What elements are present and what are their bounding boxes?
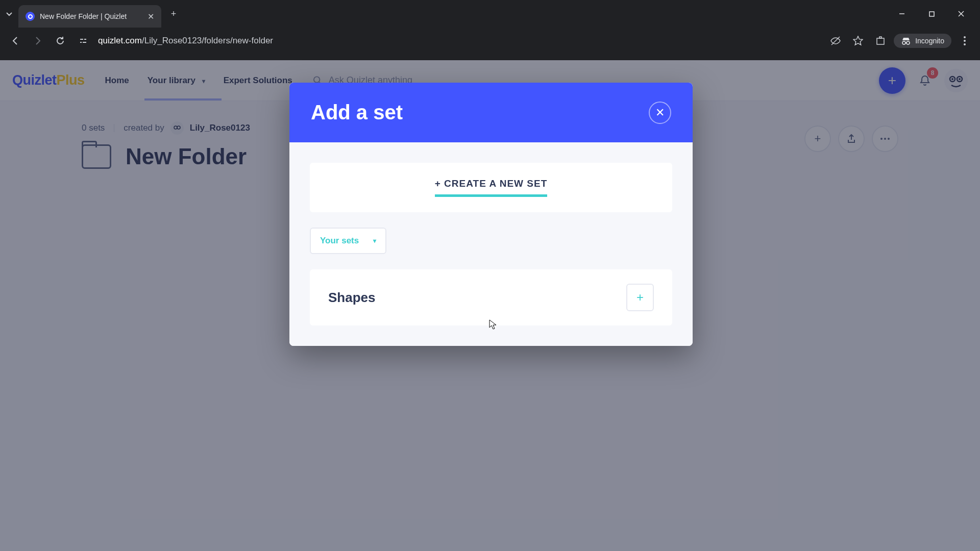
reload-button[interactable] [51,32,69,50]
filter-row: Your sets ▾ [310,228,672,254]
set-name: Shapes [328,290,626,306]
svg-point-15 [964,40,966,42]
svg-point-11 [902,41,905,44]
site-info-icon[interactable] [76,33,91,48]
create-new-set-card: + CREATE A NEW SET [310,163,672,212]
modal-close-button[interactable]: ✕ [649,102,671,124]
browser-chrome: New Folder Folder | Quizlet ✕ + quizlet.… [0,0,980,60]
sets-filter-dropdown[interactable]: Your sets ▾ [310,228,386,254]
address-bar: quizlet.com/Lily_Rose0123/folders/new-fo… [0,28,980,54]
browser-tab[interactable]: New Folder Folder | Quizlet ✕ [18,5,161,28]
window-controls [887,4,976,24]
incognito-label: Incognito [915,37,944,45]
modal-header: Add a set ✕ [289,83,693,142]
svg-point-12 [906,41,910,44]
svg-rect-10 [879,37,881,38]
modal-body: + CREATE A NEW SET Your sets ▾ Shapes + [289,142,693,346]
forward-button[interactable] [29,32,47,50]
filter-label: Your sets [320,236,359,246]
create-new-set-link[interactable]: + CREATE A NEW SET [435,178,548,197]
set-row: Shapes + [310,269,672,325]
page-viewport: QuizletPlus Home Your library ▾ Expert S… [0,60,980,551]
tab-search-dropdown[interactable] [4,9,14,19]
modal-title: Add a set [311,101,649,124]
svg-point-16 [964,43,966,45]
tab-title: New Folder Folder | Quizlet [40,12,142,20]
extensions-icon[interactable] [871,32,890,50]
add-set-modal: Add a set ✕ + CREATE A NEW SET Your sets… [289,83,693,346]
browser-menu-icon[interactable] [955,32,974,50]
close-window-button[interactable] [946,4,976,24]
eye-off-icon[interactable] [826,32,845,50]
quizlet-favicon [26,12,35,21]
minimize-button[interactable] [887,4,917,24]
add-this-set-button[interactable]: + [626,284,654,311]
chevron-down-icon: ▾ [373,237,376,244]
tab-bar: New Folder Folder | Quizlet ✕ + [0,0,980,28]
incognito-icon [901,37,911,45]
svg-point-14 [964,36,966,38]
back-button[interactable] [6,32,24,50]
svg-rect-1 [929,12,934,16]
url-text[interactable]: quizlet.com/Lily_Rose0123/folders/new-fo… [98,36,822,46]
incognito-chip[interactable]: Incognito [894,34,951,48]
close-tab-icon[interactable]: ✕ [148,12,154,21]
maximize-button[interactable] [917,4,946,24]
new-tab-button[interactable]: + [165,6,182,22]
svg-rect-9 [877,38,884,44]
bookmark-star-icon[interactable] [849,32,867,50]
